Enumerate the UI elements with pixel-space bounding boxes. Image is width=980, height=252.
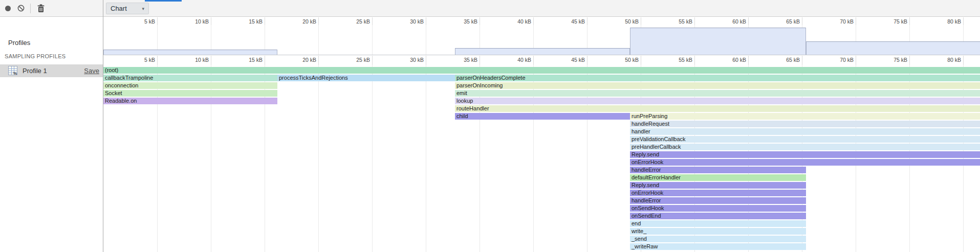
ruler-tick-label: 60 kB xyxy=(717,57,746,63)
ruler-tick xyxy=(587,56,587,65)
ruler-tick xyxy=(909,17,910,25)
flame-bar[interactable]: emit xyxy=(455,90,980,97)
ruler-tick xyxy=(480,56,480,65)
ruler-tick xyxy=(533,56,534,65)
flame-bar[interactable]: onSendHook xyxy=(630,205,806,212)
overview-gridline xyxy=(318,25,319,55)
ruler-tick-label: 30 kB xyxy=(395,18,424,25)
overview-gridline xyxy=(372,25,373,55)
ruler-tick-label: 25 kB xyxy=(341,18,370,25)
ruler-tick-label: 55 kB xyxy=(664,18,692,25)
flame-bar[interactable]: _send xyxy=(630,236,806,242)
ruler-tick-label: 65 kB xyxy=(771,57,800,63)
overview-segment[interactable] xyxy=(630,28,806,55)
ruler-tick-label: 45 kB xyxy=(556,57,585,63)
flame-bar[interactable]: parserOnHeadersComplete xyxy=(455,75,980,81)
heap-profiler-panel: Chart ▾ Profiles SAMPLING PROFILES % Pro… xyxy=(0,0,980,252)
flame-bar[interactable]: onSendEnd xyxy=(630,213,806,219)
flame-bar[interactable]: routeHandler xyxy=(455,105,980,112)
allocation-overview[interactable] xyxy=(103,25,980,55)
flame-chart-pane: 5 kB10 kB15 kB20 kB25 kB30 kB35 kB40 kB4… xyxy=(103,17,980,252)
ruler-tick-label: 75 kB xyxy=(879,57,907,63)
flame-bar[interactable]: handleError xyxy=(630,167,806,173)
ruler-tick-label: 35 kB xyxy=(449,57,477,63)
flame-bar[interactable]: _writeRaw xyxy=(630,243,806,250)
active-tab-indicator xyxy=(145,0,182,2)
chevron-down-icon: ▾ xyxy=(142,6,144,11)
ruler-tick-label: 35 kB xyxy=(449,18,477,25)
ruler-tick xyxy=(909,56,910,65)
flame-bar[interactable]: handler xyxy=(630,128,980,135)
flame-bar[interactable]: (root) xyxy=(103,67,980,74)
ruler-tick-label: 20 kB xyxy=(288,18,316,25)
view-mode-dropdown[interactable]: Chart ▾ xyxy=(106,3,149,14)
ruler-tick-label: 55 kB xyxy=(664,57,692,63)
sidebar-item-profile-1[interactable]: % Profile 1 Save xyxy=(0,64,103,77)
flame-bar[interactable]: processTicksAndRejections xyxy=(277,75,455,81)
ruler-tick-label: 5 kB xyxy=(126,57,155,63)
ruler-tick-label: 40 kB xyxy=(503,57,531,63)
overview-segment[interactable] xyxy=(455,48,630,55)
flame-bar[interactable]: parserOnIncoming xyxy=(455,82,980,89)
overview-segment[interactable] xyxy=(806,41,980,55)
flame-gridline xyxy=(318,65,319,252)
flame-bar[interactable]: handleError xyxy=(630,197,806,204)
ruler-tick xyxy=(318,17,319,25)
flame-bar[interactable]: runPreParsing xyxy=(630,113,980,120)
flame-bar[interactable]: Reply.send xyxy=(630,151,980,158)
flame-bar[interactable]: Reply.send xyxy=(630,182,806,189)
clear-profiles-icon[interactable] xyxy=(17,5,25,12)
ruler-tick-label: 25 kB xyxy=(341,57,370,63)
ruler-tick xyxy=(372,17,373,25)
ruler-tick-label: 50 kB xyxy=(610,57,639,63)
flame-bar[interactable]: defaultErrorHandler xyxy=(630,174,806,181)
flame-bar[interactable]: onErrorHook xyxy=(630,190,806,196)
profile-name: Profile 1 xyxy=(23,67,47,75)
ruler-tick-label: 50 kB xyxy=(610,18,639,25)
ruler-tick xyxy=(157,17,158,25)
toolbar-separator xyxy=(30,4,31,13)
flame-bar[interactable]: onErrorHook xyxy=(630,159,980,166)
flame-bar[interactable]: write_ xyxy=(630,228,806,235)
flame-bar[interactable]: preValidationCallback xyxy=(630,136,980,143)
flame-gridline xyxy=(372,65,373,252)
ruler-tick-label: 5 kB xyxy=(126,18,155,25)
ruler-tick xyxy=(265,56,265,65)
ruler-tick xyxy=(963,56,964,65)
ruler-tick xyxy=(318,56,319,65)
flame-bar[interactable]: callbackTrampoline xyxy=(103,75,277,81)
memory-ruler-main: 5 kB10 kB15 kB20 kB25 kB30 kB35 kB40 kB4… xyxy=(103,56,980,65)
overview-segment[interactable] xyxy=(103,50,277,55)
ruler-tick-label: 70 kB xyxy=(825,57,854,63)
flame-bar[interactable]: Readable.on xyxy=(103,98,277,104)
flame-bar[interactable]: child xyxy=(455,113,630,120)
ruler-tick-label: 20 kB xyxy=(288,57,316,63)
ruler-tick xyxy=(533,17,534,25)
ruler-tick-label: 40 kB xyxy=(503,18,531,25)
ruler-tick-label: 65 kB xyxy=(771,18,800,25)
ruler-tick xyxy=(157,56,158,65)
flame-bar[interactable]: lookup xyxy=(455,98,980,104)
ruler-tick xyxy=(694,17,695,25)
ruler-tick-label: 75 kB xyxy=(879,18,907,25)
flame-bar[interactable]: end xyxy=(630,220,806,227)
ruler-tick xyxy=(211,17,211,25)
ruler-tick-label: 30 kB xyxy=(395,57,424,63)
flame-bar[interactable]: preHandlerCallback xyxy=(630,144,980,150)
ruler-tick-label: 15 kB xyxy=(234,18,263,25)
ruler-tick-label: 10 kB xyxy=(180,18,209,25)
flame-bar[interactable]: onconnection xyxy=(103,82,277,89)
ruler-tick xyxy=(641,56,641,65)
flame-bar[interactable]: handleRequest xyxy=(630,121,980,127)
ruler-tick-label: 15 kB xyxy=(234,57,263,63)
record-button[interactable] xyxy=(5,6,11,11)
ruler-tick xyxy=(856,17,856,25)
flame-bar[interactable]: Socket xyxy=(103,90,277,97)
ruler-tick xyxy=(748,56,749,65)
flame-chart: (root)callbackTrampolineprocessTicksAndR… xyxy=(103,65,980,252)
toolbar: Chart ▾ xyxy=(0,0,980,17)
ruler-tick xyxy=(748,17,749,25)
save-profile-link[interactable]: Save xyxy=(84,67,99,75)
delete-profile-icon[interactable] xyxy=(37,4,45,13)
view-mode-value: Chart xyxy=(111,5,140,12)
